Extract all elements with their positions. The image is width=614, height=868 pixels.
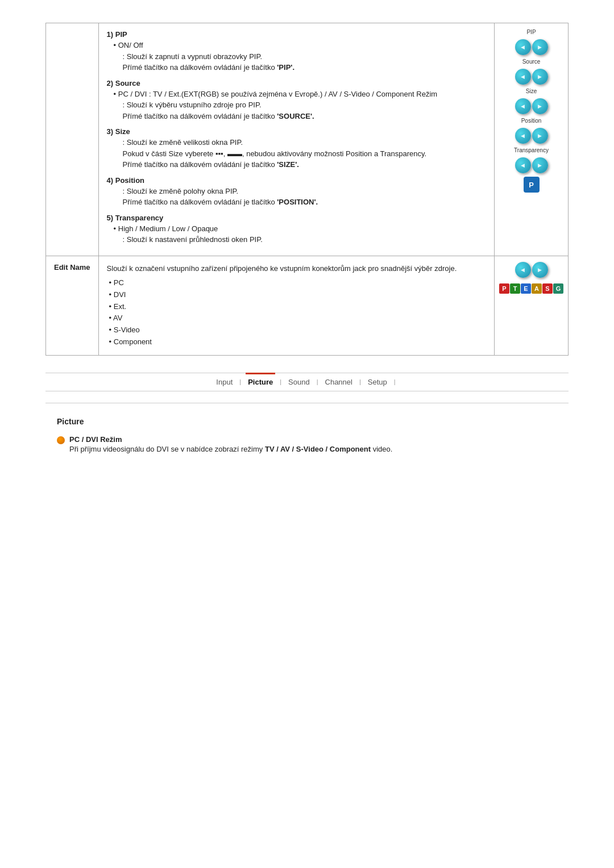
nav-bar-wrapper: Input | Picture | Sound | Channel | Setu… bbox=[45, 373, 569, 391]
transparency-desc1: : Slouží k nastavení průhlednosti oken P… bbox=[123, 234, 486, 245]
nav-item-sound[interactable]: Sound bbox=[286, 378, 312, 386]
size-direct1: Přímé tlačítko na dálkovém ovládání je t… bbox=[123, 159, 486, 170]
source-quote: 'SOURCE'. bbox=[277, 112, 314, 120]
letter-s: S bbox=[542, 283, 553, 294]
transparency-btn-left[interactable] bbox=[515, 157, 531, 173]
nav-sep-2: | bbox=[275, 378, 286, 385]
source-direct1: Přímé tlačítko na dálkovém ovládání je t… bbox=[123, 111, 486, 122]
position-btn-pair[interactable] bbox=[515, 128, 548, 144]
section-position-title: 4) Position bbox=[107, 176, 486, 185]
edit-name-btn-left[interactable] bbox=[515, 262, 531, 278]
divider bbox=[45, 403, 569, 403]
edit-name-desc: Slouží k označení vstupního zařízení při… bbox=[107, 263, 486, 274]
section-source-title: 2) Source bbox=[107, 79, 486, 87]
size-quote: 'SIZE'. bbox=[277, 160, 299, 169]
source-btn-right[interactable] bbox=[532, 69, 548, 85]
section-pip-body: • ON/ Off : Slouží k zapnutí a vypnutí o… bbox=[114, 40, 486, 73]
section-size-body: : Slouží ke změně velikosti okna PIP. Po… bbox=[114, 137, 486, 170]
section-pip-title: 1) PIP bbox=[107, 30, 486, 39]
transparency-icon-label: Transparency bbox=[514, 147, 549, 153]
orange-dot-icon bbox=[57, 436, 65, 444]
bullet-pc: • PC bbox=[109, 277, 486, 289]
position-btn-right[interactable] bbox=[532, 128, 548, 144]
main-content-table: 1) PIP • ON/ Off : Slouží k zapnutí a vy… bbox=[45, 23, 569, 356]
source-icon-label: Source bbox=[522, 59, 541, 65]
nav-item-channel[interactable]: Channel bbox=[323, 378, 355, 386]
letter-g: G bbox=[553, 283, 563, 294]
size-btn-right[interactable] bbox=[532, 98, 548, 114]
pip-direct1: Přímé tlačítko na dálkovém ovládání je t… bbox=[123, 62, 486, 73]
transparency-bullet: • High / Medium / Low / Opaque bbox=[114, 223, 486, 235]
position-desc1: : Slouží ke změně polohy okna PIP. bbox=[123, 186, 486, 197]
section-position-body: : Slouží ke změně polohy okna PIP. Přímé… bbox=[114, 186, 486, 208]
transparency-btn-right[interactable] bbox=[532, 157, 548, 173]
size-btn-pair[interactable] bbox=[515, 98, 548, 114]
source-btn-left[interactable] bbox=[515, 69, 531, 85]
transparency-btn-pair[interactable] bbox=[515, 157, 548, 173]
bottom-item-title: PC / DVI Režim bbox=[69, 435, 392, 444]
pip-desc1: : Slouží k zapnutí a vypnutí obrazovky P… bbox=[123, 51, 486, 62]
edit-name-row: Edit Name Slouží k označení vstupního za… bbox=[46, 256, 569, 355]
bottom-title: Picture bbox=[57, 417, 557, 426]
edit-name-btn-right[interactable] bbox=[532, 262, 548, 278]
position-btn-left[interactable] bbox=[515, 128, 531, 144]
bottom-item-body: Při příjmu videosignálu do DVI se v nabí… bbox=[69, 444, 392, 455]
pip-icon-group: PIP Source Size bbox=[499, 29, 563, 193]
pip-content-cell: 1) PIP • ON/ Off : Slouží k zapnutí a vy… bbox=[98, 23, 494, 256]
pip-icon-label: PIP bbox=[526, 29, 536, 35]
source-desc1: : Slouží k výběru vstupního zdroje pro P… bbox=[123, 99, 486, 111]
size-btn-left[interactable] bbox=[515, 98, 531, 114]
bottom-section: Picture PC / DVI Režim Při příjmu videos… bbox=[45, 417, 569, 455]
pip-icon-cell: PIP Source Size bbox=[495, 23, 569, 256]
size-icon-label: Size bbox=[526, 88, 537, 94]
nav-item-setup[interactable]: Setup bbox=[366, 378, 389, 386]
pip-btn-pair[interactable] bbox=[515, 39, 548, 55]
section-source-body: • PC / DVI : TV / Ext.(EXT(RGB) se použí… bbox=[114, 89, 486, 122]
letter-p: P bbox=[499, 283, 509, 294]
bullet-dvi: • DVI bbox=[109, 289, 486, 301]
nav-sep-5: | bbox=[389, 378, 400, 385]
bullet-component: • Component bbox=[109, 336, 486, 348]
position-quote: 'POSITION'. bbox=[277, 198, 318, 206]
pip-quote1: 'PIP'. bbox=[277, 63, 294, 72]
section-size-title: 3) Size bbox=[107, 127, 486, 136]
edit-name-icon-cell: P T E A S G bbox=[495, 256, 569, 355]
letter-e: E bbox=[521, 283, 531, 294]
letter-a: A bbox=[532, 283, 542, 294]
edit-name-label: Edit Name bbox=[46, 256, 99, 355]
nav-bar: Input | Picture | Sound | Channel | Setu… bbox=[45, 373, 569, 391]
position-direct1: Přímé tlačítko na dálkovém ovládání je t… bbox=[123, 197, 486, 208]
edit-name-bullets: • PC • DVI • Ext. • AV • S-Video • Compo… bbox=[109, 277, 486, 348]
nav-sep-3: | bbox=[312, 378, 323, 385]
pip-row: 1) PIP • ON/ Off : Slouží k zapnutí a vy… bbox=[46, 23, 569, 256]
nav-item-input[interactable]: Input bbox=[214, 378, 235, 386]
pteasg-row: P T E A S G bbox=[499, 283, 563, 294]
section-transparency-title: 5) Transparency bbox=[107, 214, 486, 222]
p-button[interactable]: P bbox=[524, 177, 540, 193]
nav-sep-4: | bbox=[355, 378, 366, 385]
bullet-ext: • Ext. bbox=[109, 301, 486, 313]
bottom-item-pcdvi: PC / DVI Režim Při příjmu videosignálu d… bbox=[57, 435, 557, 455]
section-transparency-body: • High / Medium / Low / Opaque : Slouží … bbox=[114, 223, 486, 245]
size-desc2: Pokud v části Size vyberete ▪▪▪, ▬▬, neb… bbox=[123, 148, 486, 160]
pip-bullet-onoff: • ON/ Off bbox=[114, 40, 486, 51]
edit-name-content: Slouží k označení vstupního zařízení při… bbox=[98, 256, 494, 355]
pip-label-cell bbox=[46, 23, 99, 256]
bullet-svideo: • S-Video bbox=[109, 324, 486, 336]
source-bullet: • PC / DVI : TV / Ext.(EXT(RGB) se použí… bbox=[114, 89, 486, 100]
source-btn-pair[interactable] bbox=[515, 69, 548, 85]
pip-btn-left[interactable] bbox=[515, 39, 531, 55]
letter-t: T bbox=[510, 283, 520, 294]
position-icon-label: Position bbox=[521, 118, 542, 124]
nav-sep-1: | bbox=[235, 378, 246, 385]
bottom-item-content: PC / DVI Režim Při příjmu videosignálu d… bbox=[69, 435, 392, 455]
pip-btn-right[interactable] bbox=[532, 39, 548, 55]
size-desc1: : Slouží ke změně velikosti okna PIP. bbox=[123, 137, 486, 148]
nav-item-picture[interactable]: Picture bbox=[246, 378, 275, 386]
edit-name-btn-pair[interactable] bbox=[515, 262, 548, 278]
bullet-av: • AV bbox=[109, 312, 486, 324]
